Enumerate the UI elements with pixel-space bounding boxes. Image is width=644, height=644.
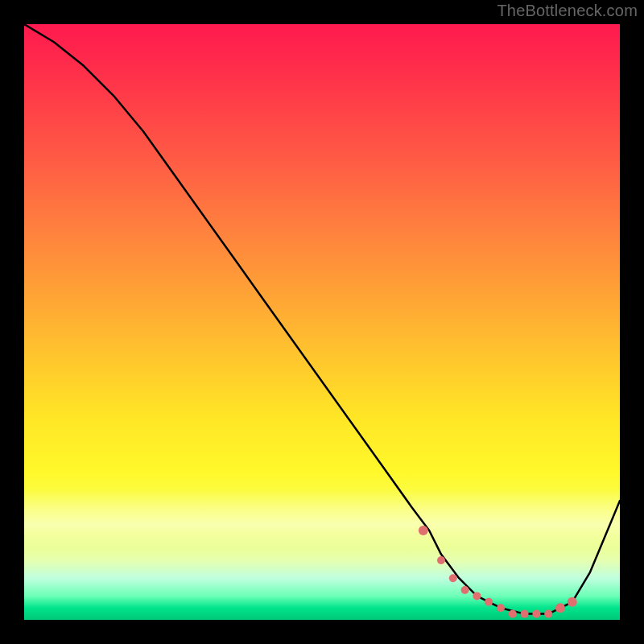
marker-point — [532, 610, 540, 618]
marker-point — [521, 610, 529, 618]
marker-point — [568, 597, 577, 607]
watermark-text: TheBottleneck.com — [497, 2, 638, 20]
marker-point — [555, 603, 565, 613]
marker-point — [449, 574, 457, 582]
marker-point — [509, 610, 517, 618]
marker-point — [497, 604, 505, 612]
marker-point — [485, 598, 493, 606]
chart-canvas: TheBottleneck.com — [0, 0, 644, 644]
plot-area — [24, 24, 620, 620]
curve-layer — [24, 24, 620, 620]
bottleneck-curve — [24, 24, 620, 614]
marker-point — [461, 586, 469, 594]
optimal-zone-markers — [419, 526, 577, 618]
marker-point — [473, 592, 481, 600]
marker-point — [419, 526, 428, 535]
marker-point — [437, 556, 445, 564]
marker-point — [544, 610, 552, 618]
